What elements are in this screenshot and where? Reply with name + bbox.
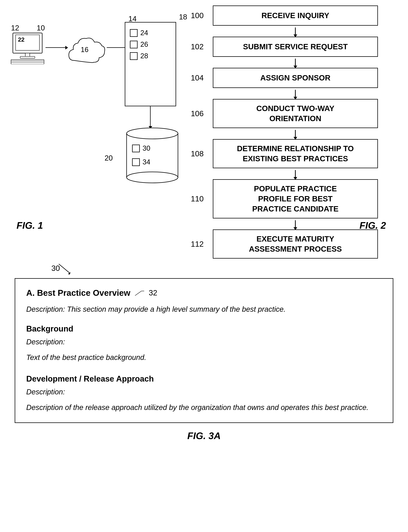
label-16: 16 <box>81 46 88 54</box>
dev-release-title: Development / Release Approach <box>26 374 382 383</box>
background-text: Text of the best practice background. <box>26 352 382 363</box>
arrow-6 <box>213 218 378 229</box>
fig1-label: FIG. 1 <box>17 220 43 231</box>
flow-step-110: 110 POPULATE PRACTICE PROFILE FOR BEST P… <box>213 179 378 218</box>
connect-line-1 <box>45 47 66 48</box>
top-section: 10 12 <box>0 0 408 253</box>
cloud-group: 16 <box>65 33 107 70</box>
label-24: 24 <box>140 29 148 37</box>
dev-release-desc: Description: <box>26 388 382 396</box>
svg-rect-7 <box>127 133 178 177</box>
svg-line-10 <box>59 264 70 273</box>
section-a-desc: Description: This section may provide a … <box>26 303 382 315</box>
connect-line-2 <box>107 47 125 48</box>
flow-number-102: 102 <box>191 42 204 51</box>
flow-box-108: DETERMINE RELATIONSHIP TO EXISTING BEST … <box>213 139 378 168</box>
document-container: A. Best Practice Overview 32 Description… <box>15 278 393 423</box>
flow-number-106: 106 <box>191 109 204 118</box>
section-a-title: A. Best Practice Overview <box>26 288 130 298</box>
flow-text-112: EXECUTE MATURITY ASSESSMENT PROCESS <box>249 234 342 254</box>
flow-box-110: POPULATE PRACTICE PROFILE FOR BEST PRACT… <box>213 179 378 218</box>
fig3a-label: FIG. 3A <box>15 430 393 441</box>
fig2-area: 100 RECEIVE INQUIRY 102 SUBMIT SERVICE R… <box>202 0 408 253</box>
flow-number-108: 108 <box>191 149 204 158</box>
flow-step-106: 106 CONDUCT TWO-WAY ORIENTATION <box>213 99 378 128</box>
bottom-section: 30 A. Best Practice Overview 32 Descript… <box>0 253 408 452</box>
label-18: 18 <box>179 13 187 21</box>
arrow-3 <box>213 88 378 99</box>
flow-step-100: 100 RECEIVE INQUIRY <box>213 6 378 26</box>
flow-text-108: DETERMINE RELATIONSHIP TO EXISTING BEST … <box>237 144 354 164</box>
fig1-area: 10 12 <box>0 0 202 253</box>
flow-text-106: CONDUCT TWO-WAY ORIENTATION <box>256 104 334 123</box>
label-28: 28 <box>140 52 148 60</box>
flow-number-110: 110 <box>191 195 204 203</box>
db-checkbox-34 <box>132 158 140 166</box>
flow-text-100: RECEIVE INQUIRY <box>261 11 329 21</box>
label-12: 12 <box>11 24 19 32</box>
arrow-4 <box>213 128 378 139</box>
arrow-2 <box>213 57 378 68</box>
flow-number-104: 104 <box>191 74 204 82</box>
arrow-1 <box>213 26 378 37</box>
flowchart: 100 RECEIVE INQUIRY 102 SUBMIT SERVICE R… <box>213 6 378 259</box>
flow-box-104: ASSIGN SPONSOR <box>213 68 378 88</box>
checkbox-28 <box>130 52 138 60</box>
svg-point-9 <box>127 172 178 183</box>
svg-rect-3 <box>20 57 35 58</box>
svg-rect-4 <box>11 60 44 64</box>
label-10: 10 <box>37 24 45 32</box>
label-30-db: 30 <box>143 144 150 152</box>
background-desc: Description: <box>26 338 382 346</box>
page-container: 10 12 <box>0 0 408 532</box>
fig2-label: FIG. 2 <box>360 220 386 231</box>
computer-icon: 22 <box>9 31 46 65</box>
doc-ref-32: 32 <box>149 288 157 297</box>
label-20: 20 <box>105 154 113 162</box>
label-34: 34 <box>143 158 150 166</box>
flow-text-102: SUBMIT SERVICE REQUEST <box>243 42 348 52</box>
flow-number-112: 112 <box>191 240 204 248</box>
connect-line-3 <box>150 106 151 126</box>
checkbox-24 <box>130 29 138 37</box>
flow-box-100: RECEIVE INQUIRY <box>213 6 378 26</box>
flow-step-104: 104 ASSIGN SPONSOR <box>213 68 378 88</box>
db-checkbox-30 <box>132 145 140 152</box>
background-title: Background <box>26 324 382 333</box>
flow-step-108: 108 DETERMINE RELATIONSHIP TO EXISTING B… <box>213 139 378 168</box>
flow-step-102: 102 SUBMIT SERVICE REQUEST <box>213 37 378 57</box>
label-22: 22 <box>18 36 25 43</box>
flow-box-106: CONDUCT TWO-WAY ORIENTATION <box>213 99 378 128</box>
flow-number-100: 100 <box>191 11 204 20</box>
database-group: 30 34 <box>125 126 180 185</box>
svg-point-8 <box>127 128 178 139</box>
flow-text-110: POPULATE PRACTICE PROFILE FOR BEST PRACT… <box>252 184 339 214</box>
label-14: 14 <box>128 15 137 23</box>
server-group: 18 24 26 28 <box>125 22 176 106</box>
svg-line-12 <box>135 291 141 296</box>
flow-box-102: SUBMIT SERVICE REQUEST <box>213 37 378 57</box>
checkbox-26 <box>130 41 138 48</box>
arrow-5 <box>213 168 378 179</box>
dev-release-text: Description of the release approach util… <box>26 401 382 413</box>
label-26: 26 <box>140 41 148 48</box>
flow-text-104: ASSIGN SPONSOR <box>260 73 331 83</box>
